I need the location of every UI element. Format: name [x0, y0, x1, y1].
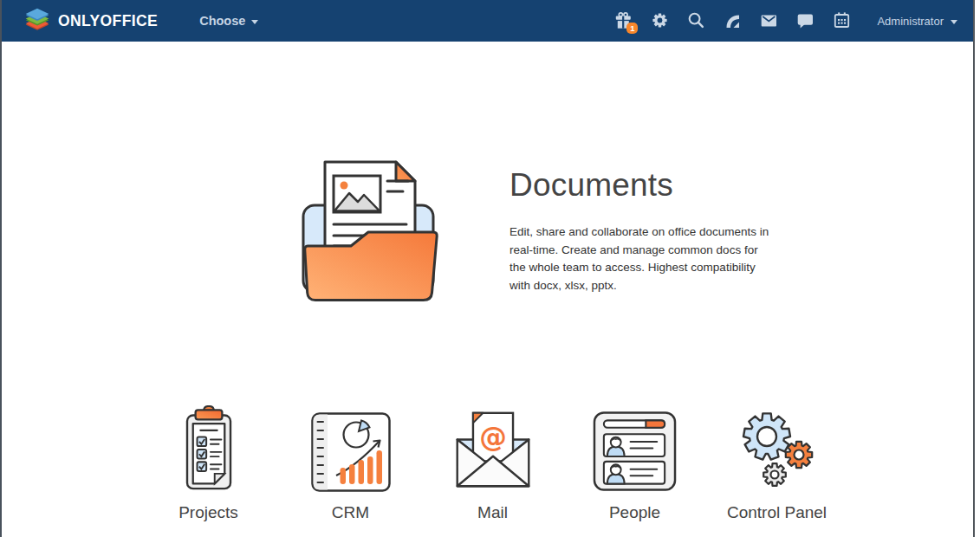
documents-folder-illustration[interactable]: [299, 159, 439, 310]
calendar-icon[interactable]: [833, 10, 851, 31]
settings-icon[interactable]: [651, 10, 669, 31]
page-title[interactable]: Documents: [509, 167, 771, 204]
choose-dropdown[interactable]: Choose: [199, 14, 258, 28]
module-label: Mail: [477, 503, 508, 522]
chevron-down-icon: [951, 20, 957, 24]
gift-icon[interactable]: 1: [614, 10, 633, 31]
module-crm[interactable]: CRM: [280, 404, 422, 522]
search-icon[interactable]: [687, 10, 705, 31]
documents-hero-text: Documents Edit, share and collaborate on…: [509, 159, 771, 310]
crm-icon: [311, 404, 391, 492]
top-navbar: ONLYOFFICE Choose 1: [2, 0, 973, 42]
mail-module-icon: @: [451, 404, 535, 492]
module-projects[interactable]: Projects: [138, 404, 280, 522]
people-icon: [593, 404, 677, 492]
onlyoffice-logo[interactable]: ONLYOFFICE: [24, 8, 158, 34]
chevron-down-icon: [251, 20, 258, 24]
hero-description: Edit, share and collaborate on office do…: [509, 223, 771, 294]
portal-window: ONLYOFFICE Choose 1: [0, 0, 975, 537]
module-label: Control Panel: [727, 503, 827, 522]
module-mail[interactable]: @ Mail: [422, 404, 564, 522]
user-menu[interactable]: Administrator: [877, 15, 957, 28]
brand-name: ONLYOFFICE: [58, 12, 158, 30]
user-name: Administrator: [877, 15, 944, 28]
projects-icon: [184, 404, 234, 492]
feed-icon[interactable]: [724, 10, 742, 31]
svg-text:@: @: [479, 421, 507, 452]
onlyoffice-layers-icon: [24, 8, 50, 34]
module-people[interactable]: People: [564, 404, 706, 522]
control-panel-icon: [734, 404, 821, 492]
modules-row: Projects: [7, 404, 975, 522]
choose-label: Choose: [199, 14, 245, 28]
documents-hero: Documents Edit, share and collaborate on…: [299, 159, 771, 310]
chat-icon[interactable]: [796, 10, 815, 31]
gift-badge: 1: [626, 23, 638, 34]
module-label: CRM: [332, 503, 369, 522]
navbar-icon-group: 1: [614, 10, 851, 31]
module-control-panel[interactable]: Control Panel: [706, 404, 848, 522]
module-label: People: [609, 503, 660, 522]
mail-icon[interactable]: [760, 10, 778, 31]
module-label: Projects: [178, 503, 238, 522]
